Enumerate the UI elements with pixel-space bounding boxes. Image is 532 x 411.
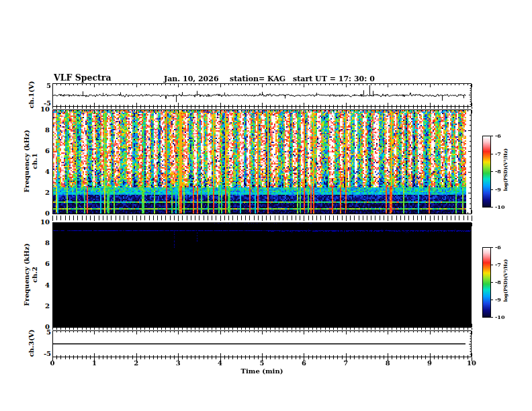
x-tick-label: 7 [339, 360, 353, 367]
time-axis-label: Time (min) [52, 368, 472, 375]
vlf-spectra-figure: VLF Spectra Jan. 10, 2026 station= KAG s… [0, 0, 532, 411]
ch1spec-y-tick-label: 10 [35, 106, 50, 113]
x-tick-label: 5 [255, 360, 269, 367]
x-tick-label: 2 [130, 360, 143, 367]
ch2spec-y-tick-label: 4 [35, 282, 50, 289]
x-tick-label: 3 [171, 360, 185, 367]
ch2spec-y-tick-label: 6 [35, 261, 50, 267]
colorbar1-tick-label: -7 [495, 151, 511, 156]
date-label: Jan. 10, 2026 [164, 75, 219, 83]
ch1spec-y-tick-label: 8 [35, 127, 50, 134]
x-tick-label: 1 [87, 360, 101, 367]
colorbar2-tick-label: -10 [495, 314, 511, 320]
spectra-plot-canvas [52, 74, 496, 377]
ch2spec-y-tick-label: 2 [35, 303, 50, 310]
ch1spec-y-tick-label: 2 [35, 189, 50, 196]
colorbar1-tick-label: -6 [495, 133, 511, 138]
colorbar2-tick-label: -9 [495, 297, 511, 302]
ch1spec-y-tick-label: 4 [35, 169, 50, 175]
ch2spec-y-tick-label: 0 [35, 324, 50, 330]
ch1-voltage-axis-label: ch.1(V) [28, 75, 35, 115]
ch3wave-ytick-bottom: -5 [39, 351, 51, 357]
colorbar1-tick-label: -9 [495, 187, 511, 192]
ch2spec-y-tick-label: 10 [35, 219, 50, 226]
figure-title: VLF Spectra [54, 74, 112, 82]
colorbar2-tick-label: -7 [495, 262, 511, 267]
colorbar1-tick-label: -10 [495, 204, 511, 210]
x-tick-label: 8 [381, 360, 394, 367]
ch2-frequency-axis-label: Frequency (kHz) [24, 238, 30, 312]
ch3-voltage-axis-label: ch.3(V) [28, 323, 35, 363]
x-tick-label: 6 [297, 360, 310, 367]
ch2spec-y-tick-label: 8 [35, 240, 50, 246]
ch1wave-ytick-top: 5 [39, 83, 51, 89]
start-ut-label: start UT = 17: 30: 0 [293, 75, 375, 83]
colorbar2-tick-label: -8 [495, 279, 511, 285]
ch1spec-y-tick-label: 0 [35, 210, 50, 217]
x-tick-label: 10 [465, 360, 478, 367]
x-tick-label: 0 [46, 360, 59, 367]
ch1spec-y-tick-label: 6 [35, 148, 50, 154]
colorbar2-tick-label: -6 [495, 244, 511, 250]
ch1-frequency-axis-label: Frequency (kHz) [24, 124, 30, 198]
x-tick-label: 9 [423, 360, 437, 367]
station-label: station= KAG [230, 75, 285, 83]
x-tick-label: 4 [214, 360, 227, 367]
colorbar1-tick-label: -8 [495, 169, 511, 174]
